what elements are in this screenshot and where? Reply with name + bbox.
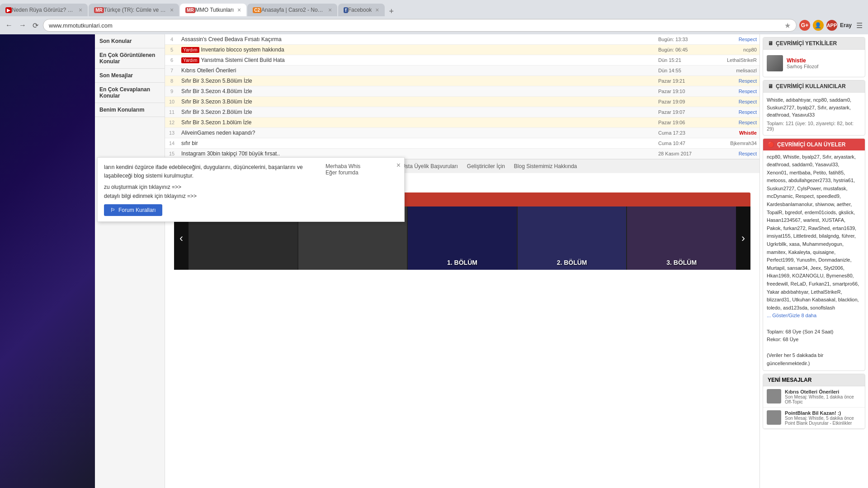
moderator-entry: Whistle Sarhoş Filozof — [767, 53, 861, 73]
topic-link[interactable]: AliveinGames neden kapandı? — [181, 130, 255, 136]
tab-close-tab2[interactable]: × — [170, 6, 174, 14]
carousel-next-button[interactable]: › — [736, 206, 750, 270]
new-message-category: Point Blank Duyurular - Etkinlikler — [785, 421, 861, 426]
menu-button[interactable]: ☰ — [854, 19, 864, 32]
topic-link[interactable]: Assassin's Creed Bedava Fırsatı Kaçırma — [181, 36, 282, 42]
nav-section: Benim Konularım — [95, 103, 165, 117]
browser-tab-tab2[interactable]: MRTürkçe (TR): Cümle ve Ke...× — [89, 4, 179, 16]
browser-tab-tab5[interactable]: fFacebook× — [338, 4, 384, 16]
back-button[interactable]: ← — [4, 19, 14, 31]
topic-author[interactable]: ncp80 — [714, 45, 760, 55]
new-messages-header: YENİ MESAJLAR — [763, 374, 865, 386]
browser-tab-tab3[interactable]: MRMMO Tutkunları× — [180, 4, 246, 16]
nav-section-title[interactable]: Son Mesajlar — [99, 72, 160, 79]
topic-link[interactable]: Yansıtma Sistemi Client Build Hata — [201, 57, 285, 63]
online-users-widget: 🖥 ÇEVRİMİÇİ KULLANICILAR Whistle, adıbah… — [763, 80, 865, 136]
topic-link[interactable]: Sıfır Bir 3.Sezon 5.Bölüm İzle — [181, 78, 252, 84]
topic-link[interactable]: Inventario blocco system hakkında — [201, 47, 284, 53]
topic-date: Pazar 19:09 — [656, 97, 714, 107]
members-total: Toplam: 68 Üye (Son 24 Saat) — [767, 329, 833, 334]
monitor-icon: 🖥 — [768, 40, 773, 47]
tab-close-tab4[interactable]: × — [328, 6, 332, 14]
browser-tab-tab4[interactable]: C2Anasayfa | Casro2 - Nos...× — [247, 4, 337, 16]
forward-button[interactable]: → — [17, 19, 28, 31]
topic-link[interactable]: Kıbrıs Otelleri Önerileri — [181, 67, 236, 74]
members-record: Rekor: 68 Üye — [767, 337, 798, 342]
table-row: 13AliveinGames neden kapandı?Cuma 17:23W… — [165, 128, 760, 138]
nav-section: En Çok Görüntülenen Konular — [95, 48, 165, 69]
topic-date: 28 Kasım 2017 — [656, 149, 714, 159]
new-message-title[interactable]: PointBlank Bil Kazan! :) — [785, 410, 861, 416]
notif-text-3: zu oluşturmak için tıklayınız =>> — [165, 183, 316, 192]
nav-section-title[interactable]: En Çok Cevaplanan Konular — [99, 86, 160, 99]
topic-date: Pazar 19:10 — [656, 86, 714, 97]
topic-title-cell: Kıbrıs Otelleri Önerileri — [179, 66, 656, 76]
new-message-title[interactable]: Kıbrıs Otelleri Önerileri — [785, 389, 861, 394]
topic-number: 8 — [165, 76, 179, 86]
new-message-content: Kıbrıs Otelleri ÖnerileriSon Mesaj: Whis… — [785, 389, 861, 404]
online-users-body: Whistle, adıbahtıyar, ncp80, saddam0, Su… — [763, 93, 865, 135]
topics-table: 4Assassin's Creed Bedava Fırsatı Kaçırma… — [165, 34, 760, 159]
topic-title-cell: Sıfır Bir 3.Sezon 2.Bölüm İzle — [179, 107, 656, 117]
nav-section-title[interactable]: Benim Konularım — [99, 107, 160, 113]
browser-tab-tab1[interactable]: ▶Neden Rüya Görürüz? B...× — [0, 4, 88, 16]
media-item[interactable]: 2. BÖLÜM — [518, 206, 627, 270]
google-plus-icon[interactable]: G+ — [799, 20, 810, 31]
refresh-button[interactable]: ⟳ — [31, 19, 40, 32]
left-nav: Son KonularEn Çok Görüntülenen KonularSo… — [95, 34, 165, 488]
topic-author[interactable]: Bjkemrah34 — [714, 138, 760, 149]
topic-badge: Yardım — [181, 57, 199, 63]
topic-title-cell: Sıfır Bir 3.Sezon 5.Bölüm İzle — [179, 76, 656, 86]
topic-link[interactable]: Sıfır Bir 3.Sezon 1.bölüm İzle — [181, 119, 251, 126]
online-users-total: Toplam: 121 (üye: 10, ziyaretçi: 82, bot… — [767, 121, 861, 131]
main-area: Son KonularEn Çok Görüntülenen KonularSo… — [0, 34, 868, 488]
media-item[interactable]: 1. BÖLÜM — [408, 206, 517, 270]
url-bar[interactable]: www.mmotutkunlari.com ★ — [43, 19, 797, 32]
topic-author[interactable]: Respect — [714, 97, 760, 107]
topic-author[interactable]: Respect — [714, 149, 760, 159]
notification-close-button[interactable]: × — [396, 161, 401, 169]
nav-section-title[interactable]: En Çok Görüntülenen Konular — [99, 52, 160, 65]
blog-link[interactable]: Blog Sistemimiz Hakkında — [514, 163, 577, 169]
topic-author[interactable]: Respect — [714, 117, 760, 128]
topic-author[interactable]: Whistle — [714, 128, 760, 138]
topic-author[interactable]: LethalStrikeR — [714, 55, 760, 66]
topic-author[interactable]: Respect — [714, 34, 760, 45]
tab-close-tab1[interactable]: × — [79, 6, 82, 14]
topic-number: 11 — [165, 107, 179, 117]
tab-icon-tab4: C2 — [253, 7, 261, 13]
media-item[interactable]: 3. BÖLÜM — [627, 206, 736, 270]
topic-link[interactable]: Instagram 30bin takipçi 70tl büyük fırsa… — [181, 150, 280, 157]
moderator-name[interactable]: Whistle — [787, 57, 818, 64]
topic-author[interactable]: melisaozl — [714, 66, 760, 76]
bookmark-button[interactable]: ★ — [784, 21, 791, 30]
tab-close-tab5[interactable]: × — [375, 6, 379, 14]
topic-author[interactable]: Respect — [714, 107, 760, 117]
notification-icon[interactable]: APP — [826, 20, 837, 31]
tab-label-tab1: Neden Rüya Görürüz? B... — [12, 7, 75, 13]
topic-author[interactable]: Respect — [714, 86, 760, 97]
topic-link[interactable]: Sıfır Bir 3.Sezon 4.Bölüm İzle — [181, 88, 252, 94]
topic-link[interactable]: Sıfır Bir 3.Sezon 3.Bölüm İzle — [181, 99, 252, 105]
topic-author[interactable]: Respect — [714, 76, 760, 86]
topic-link[interactable]: Sıfır Bir 3.Sezon 2.Bölüm İzle — [181, 109, 252, 115]
topic-date: Dün 15:21 — [656, 55, 714, 66]
show-more-link[interactable]: ... Göster/Gizle 8 daha — [767, 313, 816, 318]
topic-title-cell: sıfır bir — [179, 138, 656, 149]
tab-close-tab3[interactable]: × — [237, 6, 241, 14]
topic-link[interactable]: sıfır bir — [181, 140, 198, 146]
user-icon[interactable]: 👤 — [813, 20, 824, 31]
table-row: 6YardımYansıtma Sistemi Client Build Hat… — [165, 55, 760, 66]
nav-section-title[interactable]: Son Konular — [99, 38, 160, 44]
topic-title-cell: YardımInventario blocco system hakkında — [179, 45, 656, 55]
topic-title-cell: Sıfır Bir 3.Sezon 1.bölüm İzle — [179, 117, 656, 128]
membership-link[interactable]: Usta Üyelik Başvuruları — [401, 163, 458, 169]
address-bar: ← → ⟳ www.mmotutkunlari.com ★ G+ 👤 APP E… — [0, 16, 868, 34]
topic-number: 6 — [165, 55, 179, 66]
tab-label-tab2: Türkçe (TR): Cümle ve Ke... — [104, 7, 166, 13]
new-tab-button[interactable]: + — [386, 7, 398, 16]
new-messages-list: Kıbrıs Otelleri ÖnerileriSon Mesaj: Whis… — [763, 386, 865, 429]
monitor-icon-2: 🖥 — [768, 83, 773, 89]
topic-number: 4 — [165, 34, 179, 45]
developers-link[interactable]: Geliştiriciler İçin — [467, 163, 505, 169]
